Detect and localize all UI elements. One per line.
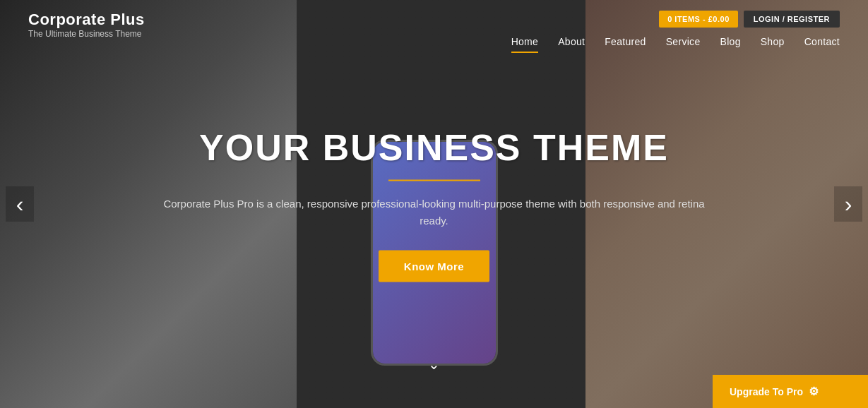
scroll-down-button[interactable]: ⌄ [428,356,440,373]
prev-arrow-icon: ‹ [16,191,24,217]
upgrade-icon: ⚙ [809,385,819,398]
nav-links: Home About Featured Service Blog Shop Co… [511,36,840,53]
logo-subtitle: The Ultimate Business Theme [28,29,145,39]
next-arrow-button[interactable]: › [834,186,862,222]
hero-title: YOUR BUSINESS THEME [152,126,717,169]
cart-button[interactable]: 0 ITEMS - £0.00 [659,11,738,28]
nav-item-service[interactable]: Service [666,36,701,53]
nav-item-featured[interactable]: Featured [605,36,646,53]
nav-item-shop[interactable]: Shop [761,36,785,53]
logo-title: Corporate Plus [28,11,145,29]
header: Corporate Plus The Ultimate Business The… [0,0,868,64]
hero-content: YOUR BUSINESS THEME Corporate Plus Pro i… [152,126,717,282]
top-actions: 0 ITEMS - £0.00 LOGIN / REGISTER [659,11,840,28]
nav-container: 0 ITEMS - £0.00 LOGIN / REGISTER Home Ab… [511,11,840,53]
logo: Corporate Plus The Ultimate Business The… [28,11,145,39]
next-arrow-icon: › [845,191,852,217]
upgrade-bar[interactable]: Upgrade To Pro ⚙ [713,375,868,408]
upgrade-label: Upgrade To Pro [730,386,803,397]
login-button[interactable]: LOGIN / REGISTER [744,11,840,28]
nav-item-contact[interactable]: Contact [804,36,840,53]
hero-divider [388,180,480,181]
nav-item-about[interactable]: About [558,36,585,53]
chevron-down-icon: ⌄ [428,356,440,372]
nav-item-home[interactable]: Home [511,36,539,53]
hero-description: Corporate Plus Pro is a clean, responsiv… [152,196,717,229]
hero-section: Corporate Plus The Ultimate Business The… [0,0,868,408]
nav-item-blog[interactable]: Blog [720,36,741,53]
prev-arrow-button[interactable]: ‹ [6,186,34,222]
know-more-button[interactable]: Know More [379,251,489,282]
